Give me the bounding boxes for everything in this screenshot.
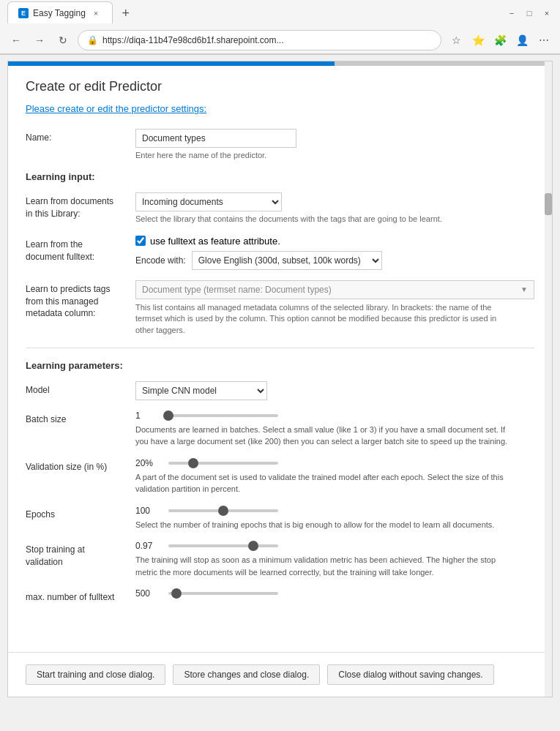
encode-select[interactable]: Glove English (300d, subset, 100k words) bbox=[192, 251, 382, 270]
scrollbar-thumb[interactable] bbox=[545, 193, 552, 215]
favorites-icon[interactable]: ☆ bbox=[447, 31, 465, 49]
scrollbar-track bbox=[545, 61, 552, 697]
stop-training-slider[interactable] bbox=[168, 544, 278, 547]
close-btn[interactable]: × bbox=[541, 7, 553, 19]
page-container: Create or edit Predictor Please create o… bbox=[7, 61, 553, 697]
name-control: Enter here the name of the predictor. bbox=[135, 129, 534, 161]
validation-slider-container: 20% bbox=[135, 458, 534, 468]
fulltext-label: Learn from the document fulltext: bbox=[26, 236, 135, 263]
url-text: https://diqa-11b47e98cd6b1f.sharepoint.c… bbox=[102, 35, 432, 45]
batch-row: Batch size 1 Documents are learned in ba… bbox=[26, 411, 534, 448]
page-title: Create or edit Predictor bbox=[26, 79, 534, 94]
learning-input-header: Learning input: bbox=[26, 171, 534, 182]
learn-from-row: Learn from documents in this Library: In… bbox=[26, 192, 534, 225]
learn-from-label: Learn from documents in this Library: bbox=[26, 192, 135, 220]
stop-training-info: The training will stop as soon as a mini… bbox=[135, 554, 516, 578]
fulltext-checkbox-label: use fulltext as feature attribute. bbox=[150, 236, 280, 247]
metadata-row: Learn to predicts tags from this managed… bbox=[26, 280, 534, 336]
new-tab-btn[interactable]: + bbox=[116, 3, 136, 23]
window-controls: − □ × bbox=[506, 7, 553, 19]
max-fulltext-slider-container: 500 bbox=[135, 588, 534, 599]
epochs-value: 100 bbox=[135, 506, 161, 516]
stop-training-label: Stop training at validation bbox=[26, 541, 135, 569]
start-training-btn[interactable]: Start training and close dialog. bbox=[26, 664, 165, 685]
epochs-label: Epochs bbox=[26, 506, 135, 521]
fulltext-row: Learn from the document fulltext: use fu… bbox=[26, 236, 534, 270]
refresh-btn[interactable]: ↻ bbox=[54, 31, 72, 49]
stop-training-value: 0.97 bbox=[135, 541, 161, 551]
epochs-slider-container: 100 bbox=[135, 506, 534, 516]
profile-icon[interactable]: 👤 bbox=[513, 31, 531, 49]
max-fulltext-value: 500 bbox=[135, 588, 161, 599]
epochs-row: Epochs 100 Select the number of training… bbox=[26, 506, 534, 531]
validation-slider[interactable] bbox=[168, 462, 278, 465]
library-hint: Select the library that contains the doc… bbox=[135, 214, 534, 225]
validation-info: A part of the document set is used to va… bbox=[135, 471, 516, 495]
max-fulltext-control: 500 bbox=[135, 588, 534, 601]
learn-from-control: Incoming documents Select the library th… bbox=[135, 192, 534, 225]
name-input[interactable] bbox=[135, 129, 296, 148]
validation-value: 20% bbox=[135, 458, 161, 468]
batch-control: 1 Documents are learned in batches. Sele… bbox=[135, 411, 534, 448]
batch-label: Batch size bbox=[26, 411, 135, 426]
lock-icon: 🔒 bbox=[87, 35, 98, 45]
epochs-control: 100 Select the number of training epochs… bbox=[135, 506, 534, 531]
toolbar-icons: ☆ ⭐ 🧩 👤 ⋯ bbox=[447, 31, 553, 49]
model-row: Model Simple CNN model bbox=[26, 381, 534, 400]
metadata-select: Document type (termset name: Document ty… bbox=[135, 280, 534, 299]
stop-training-slider-container: 0.97 bbox=[135, 541, 534, 551]
page-content: Create or edit Predictor Please create o… bbox=[8, 66, 552, 697]
stop-training-control: 0.97 The training will stop as soon as a… bbox=[135, 541, 534, 578]
fulltext-control: use fulltext as feature attribute. Encod… bbox=[135, 236, 534, 270]
fulltext-checkbox-row: use fulltext as feature attribute. bbox=[135, 236, 534, 247]
name-label: Name: bbox=[26, 129, 135, 144]
url-box[interactable]: 🔒 https://diqa-11b47e98cd6b1f.sharepoint… bbox=[78, 30, 441, 50]
tab-favicon: E bbox=[18, 8, 29, 18]
encode-label: Encode with: bbox=[135, 255, 186, 266]
encode-row: Encode with: Glove English (300d, subset… bbox=[135, 251, 534, 270]
learning-params-header: Learning parameters: bbox=[26, 360, 534, 371]
validation-label: Validation size (in %) bbox=[26, 458, 135, 473]
batch-value: 1 bbox=[135, 411, 161, 421]
batch-slider-container: 1 bbox=[135, 411, 534, 421]
metadata-select-value: Document type (termset name: Document ty… bbox=[142, 285, 332, 295]
batch-slider[interactable] bbox=[168, 414, 278, 417]
fulltext-checkbox[interactable] bbox=[135, 236, 146, 246]
tab-label: Easy Tagging bbox=[33, 8, 86, 18]
dropdown-arrow-icon: ▼ bbox=[520, 285, 528, 293]
stop-training-row: Stop training at validation 0.97 The tra… bbox=[26, 541, 534, 578]
browser-chrome: E Easy Tagging × + − □ × ← → ↻ 🔒 https:/… bbox=[0, 0, 560, 55]
batch-info: Documents are learned in batches. Select… bbox=[135, 424, 516, 448]
browser-tab[interactable]: E Easy Tagging × bbox=[7, 1, 113, 23]
max-fulltext-slider[interactable] bbox=[168, 592, 278, 595]
epochs-info: Select the number of training epochs tha… bbox=[135, 519, 516, 531]
extensions-icon[interactable]: 🧩 bbox=[491, 31, 509, 49]
name-hint: Enter here the name of the predictor. bbox=[135, 150, 534, 161]
close-dialog-btn[interactable]: Close dialog without saving changes. bbox=[327, 664, 493, 685]
button-bar: Start training and close dialog. Store c… bbox=[8, 652, 552, 697]
address-bar: ← → ↻ 🔒 https://diqa-11b47e98cd6b1f.shar… bbox=[0, 26, 560, 54]
minimize-btn[interactable]: − bbox=[506, 7, 518, 19]
divider bbox=[26, 348, 534, 348]
menu-icon[interactable]: ⋯ bbox=[535, 31, 553, 49]
metadata-info: This list contains all managed metadata … bbox=[135, 302, 516, 336]
collections-icon[interactable]: ⭐ bbox=[469, 31, 487, 49]
maximize-btn[interactable]: □ bbox=[523, 7, 535, 19]
epochs-slider[interactable] bbox=[168, 509, 278, 512]
model-select[interactable]: Simple CNN model bbox=[135, 381, 267, 400]
max-fulltext-label: max. number of fulltext bbox=[26, 588, 135, 604]
forward-btn[interactable]: → bbox=[31, 31, 48, 49]
title-bar: E Easy Tagging × + − □ × bbox=[0, 0, 560, 26]
page-subtitle[interactable]: Please create or edit the predictor sett… bbox=[26, 103, 534, 114]
back-btn[interactable]: ← bbox=[7, 31, 25, 49]
library-select[interactable]: Incoming documents bbox=[135, 192, 282, 211]
validation-control: 20% A part of the document set is used t… bbox=[135, 458, 534, 495]
model-control: Simple CNN model bbox=[135, 381, 534, 400]
store-changes-btn[interactable]: Store changes and close dialog. bbox=[173, 664, 320, 685]
model-label: Model bbox=[26, 381, 135, 397]
metadata-label: Learn to predicts tags from this managed… bbox=[26, 280, 135, 320]
tab-close-btn[interactable]: × bbox=[90, 7, 102, 19]
max-fulltext-row: max. number of fulltext 500 bbox=[26, 588, 534, 604]
validation-row: Validation size (in %) 20% A part of the… bbox=[26, 458, 534, 495]
metadata-control: Document type (termset name: Document ty… bbox=[135, 280, 534, 336]
